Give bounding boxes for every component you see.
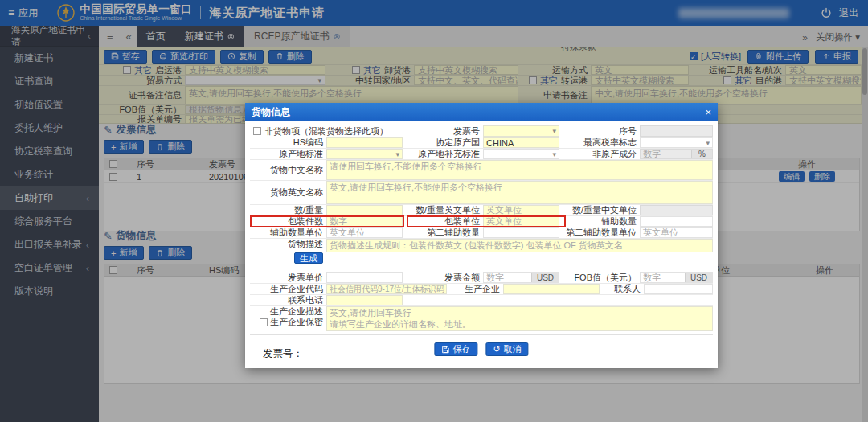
producer-code-input[interactable]: 社会信用代码9-17位/主体标识码 — [326, 284, 447, 294]
pkg-count-input[interactable]: 数字 — [326, 216, 403, 227]
producer-desc-label: 生产企业描述 — [270, 306, 323, 317]
phone-input[interactable] — [326, 295, 403, 305]
aux2-qty-label: 第二辅助数量 — [403, 227, 483, 238]
chevron-down-icon: ▾ — [552, 150, 556, 158]
footer-invoice-no-label: 发票号： — [263, 347, 303, 361]
undo-icon: ↺ — [493, 344, 500, 354]
producer-secret-checkbox[interactable] — [260, 318, 268, 326]
modal-cancel-button[interactable]: ↺ 取消 — [485, 342, 528, 356]
invoice-amount-input[interactable]: 数字 USD — [483, 272, 559, 283]
invoice-no-label: 发票号 — [403, 125, 483, 137]
goods-cn-name-textarea[interactable]: 请使用回车换行,不能使用多个空格换行 — [326, 160, 713, 180]
aux-unit-label: 辅助数量单位 — [250, 227, 326, 238]
generate-button[interactable]: 生成 — [294, 252, 323, 264]
seq-label: 序号 — [559, 125, 640, 137]
modal-save-button[interactable]: 保存 — [434, 342, 477, 356]
origin-country-input[interactable]: CHINA — [483, 137, 559, 148]
aux2-qty-input[interactable] — [483, 227, 559, 238]
producer-secret-label: 生产企业保密 — [270, 317, 323, 327]
origin-standard-select[interactable]: ▾ — [326, 149, 403, 159]
origin-country-label: 协定原产国 — [403, 137, 483, 148]
non-origin-input[interactable]: 数字 % — [640, 149, 713, 159]
non-origin-label: 非原产成分 — [559, 149, 640, 159]
goods-desc-textarea[interactable]: 货物描述生成规则：包装件数英文 (包装件数数字) 包装单位 OF 货物英文名 — [326, 239, 713, 252]
producer-label: 生产企业 — [447, 284, 503, 294]
contact-label: 联系人 — [600, 284, 644, 294]
usd-suffix: USD — [531, 273, 559, 282]
chevron-down-icon: ▾ — [706, 139, 710, 147]
goods-cn-name-label: 货物中文名称 — [250, 160, 326, 180]
non-goods-label: 非货物项（混装货物选择此项） — [264, 125, 388, 137]
aux-qty-input[interactable] — [640, 216, 713, 227]
aux2-unit-input[interactable]: 英文单位 — [640, 227, 713, 238]
unit-price-input[interactable] — [326, 272, 403, 283]
phone-label: 联系电话 — [250, 295, 326, 305]
chevron-down-icon: ▾ — [395, 150, 399, 158]
close-icon[interactable]: × — [705, 106, 711, 118]
modal-footer: 发票号： 保存 ↺ 取消 — [250, 335, 713, 374]
percent-suffix: % — [691, 150, 712, 158]
app-window: ≡ 应用 中国国际贸易单一窗口 China International Trad… — [0, 0, 868, 422]
qty-en-unit-label: 数/重量英文单位 — [403, 205, 483, 215]
qty-en-unit-input[interactable]: 英文单位 — [483, 205, 559, 215]
max-tariff-label: 最高税率标志 — [559, 137, 640, 148]
qty-label: 数/重量 — [250, 205, 326, 215]
usd-suffix: USD — [685, 273, 712, 282]
chevron-down-icon: ▾ — [552, 127, 556, 135]
producer-code-label: 生产企业代码 — [250, 284, 326, 294]
pkg-count-label: 包装件数 — [250, 216, 326, 227]
fob-value-label: FOB值（美元） — [559, 272, 640, 283]
unit-price-label: 发票单价 — [250, 272, 326, 283]
goods-info-modal: 货物信息 × 非货物项（混装货物选择此项） 发票号 ▾ 序号 HS编码 协定原产… — [245, 103, 718, 368]
invoice-amount-label: 发票金额 — [403, 272, 483, 283]
aux2-unit-label: 第二辅助数量单位 — [559, 227, 640, 238]
goods-en-name-textarea[interactable]: 英文,请使用回车换行,不能使用多个空格换行 — [326, 181, 713, 204]
modal-title: 货物信息 — [252, 105, 290, 119]
hs-code-input[interactable] — [326, 137, 403, 148]
goods-en-name-label: 货物英文名称 — [250, 181, 326, 204]
floppy-icon — [441, 346, 449, 354]
invoice-no-select[interactable]: ▾ — [483, 125, 559, 137]
pkg-unit-input[interactable]: 英文单位 — [483, 216, 559, 227]
hs-code-label: HS编码 — [250, 137, 326, 148]
aux-qty-label: 辅助数量 — [559, 216, 640, 227]
pkg-unit-label: 包装单位 — [403, 216, 483, 227]
origin-sup-standard-select[interactable]: ▾ — [483, 149, 559, 159]
goods-desc-label: 货物描述 — [288, 239, 323, 249]
origin-standard-label: 原产地标准 — [250, 149, 326, 159]
modal-header: 货物信息 × — [245, 103, 718, 121]
max-tariff-select[interactable]: ▾ — [640, 137, 713, 148]
qty-cn-unit-input[interactable] — [640, 205, 713, 215]
seq-input[interactable] — [640, 125, 713, 137]
origin-sup-standard-label: 原产地补充标准 — [403, 149, 483, 159]
non-goods-checkbox[interactable] — [253, 127, 261, 135]
contact-input[interactable] — [644, 284, 713, 294]
producer-input[interactable] — [503, 284, 600, 294]
producer-desc-textarea[interactable]: 英文,请使用回车换行 请填写生产企业的详细名称、地址。 — [326, 306, 713, 331]
fob-value-input[interactable]: 数字 USD — [640, 272, 713, 283]
qty-cn-unit-label: 数/重量中文单位 — [559, 205, 640, 215]
qty-input[interactable] — [326, 205, 403, 215]
aux-unit-input[interactable]: 英文单位 — [326, 227, 403, 238]
